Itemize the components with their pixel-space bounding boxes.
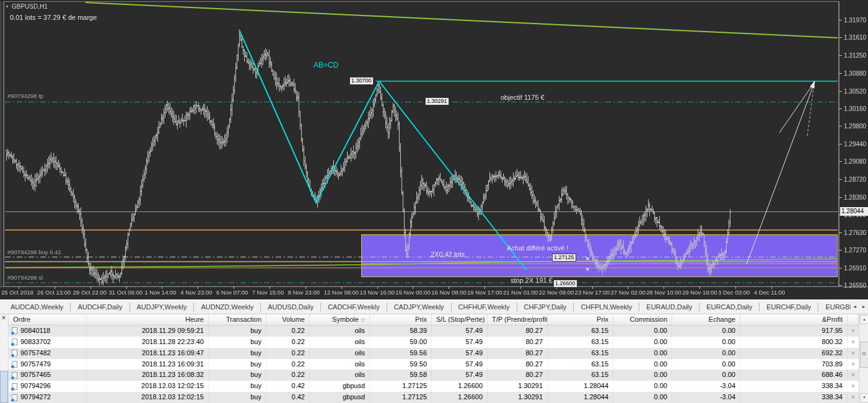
order-cell: 1.30291 [488, 381, 548, 392]
time-axis-label: 13 Nov 16:00 [360, 289, 395, 296]
order-cell: 0.00 [613, 370, 672, 381]
order-close-icon[interactable]: × [848, 392, 859, 403]
order-row[interactable]: 907942722018.12.03 12:02:15buy0.42gbpusd… [9, 392, 859, 403]
order-cell: 2018.12.03 12:02:15 [87, 392, 209, 403]
object-close-icon[interactable]: ✕ [585, 267, 590, 272]
symbol-tab[interactable]: CHFPLN,Weekly [574, 303, 639, 311]
order-cell: -3.04 [672, 392, 740, 403]
column-header-spacer [848, 314, 859, 325]
order-cell: 1.30291 [488, 392, 548, 403]
price-box-buy[interactable]: 1.27125 [552, 254, 576, 262]
chart-title: GBPUSD,H1 [12, 3, 48, 10]
order-cell: oils [310, 348, 370, 359]
price-box-sl[interactable]: 1.26600 [553, 280, 577, 288]
order-cell: 0.00 [613, 392, 672, 403]
column-header[interactable]: S/L (Stop/Perte) [432, 314, 488, 325]
order-close-icon[interactable]: × [848, 348, 859, 359]
order-cell: 90794272 [9, 392, 87, 403]
order-close-icon[interactable]: × [848, 381, 859, 392]
order-cell: buy [209, 392, 266, 403]
order-row[interactable]: 907574792018.11.23 16:09:31buy0.22oils59… [9, 359, 859, 370]
symbol-tab[interactable]: CHFJPY,Daily [517, 303, 574, 311]
order-row[interactable]: 907574652018.11.23 16:08:32buy0.22oils59… [9, 370, 859, 381]
symbol-tab[interactable]: AUDCHF,Daily [71, 303, 129, 311]
order-cell: gbpusd [310, 381, 370, 392]
price-axis-label: 1.30520 [844, 88, 866, 95]
symbol-tab[interactable]: CHFHUF,Weekly [452, 303, 517, 311]
order-row[interactable]: 907942962018.12.03 12:02:15buy0.42gbpusd… [9, 381, 859, 392]
time-axis-label: 16 Nov 08:00 [431, 289, 467, 296]
order-row[interactable]: 907574822018.11.23 16:09:47buy0.22oils59… [9, 348, 859, 359]
order-cell: -3.04 [672, 381, 740, 392]
order-row[interactable]: 908337022018.11.28 22:23:40buy0.22oils59… [9, 337, 859, 348]
price-axis-label: 1.30160 [844, 105, 866, 112]
column-header[interactable]: Volume [266, 314, 310, 325]
time-axis-label: 12 Nov 08:00 [324, 289, 359, 296]
scroll-down-icon[interactable]: ▼ [860, 393, 868, 402]
scrollbar-thumb[interactable] [860, 342, 868, 368]
objective-label: objectif 1175 € [501, 94, 545, 101]
order-cell: 0.42 [266, 381, 310, 392]
time-axis-label: 31 Oct 06:00 [109, 289, 142, 296]
order-cell: 59.56 [370, 348, 432, 359]
symbol-tab[interactable]: CADCHF,Weekly [321, 303, 387, 311]
column-header[interactable]: Transaction [209, 314, 266, 325]
price-box-resistance[interactable]: 1.30700 [349, 77, 374, 85]
price-axis-label: 1.27270 [844, 247, 866, 254]
tabs-scroll-right-icon[interactable]: ► [859, 301, 868, 313]
column-header[interactable]: Ordre [9, 314, 87, 325]
column-header[interactable]: Prix [370, 314, 432, 325]
order-cell: oils [310, 370, 370, 381]
terminal-close-icon[interactable]: × [2, 314, 6, 321]
column-header[interactable]: Commission [613, 314, 672, 325]
order-cell: 80.27 [488, 326, 548, 337]
order-cell: 59.00 [370, 337, 432, 348]
column-header[interactable]: Echange [672, 314, 740, 325]
symbol-tab[interactable]: AUDNZD,Weekly [194, 303, 261, 311]
price-axis-label: 1.28720 [844, 176, 866, 183]
time-axis-label: 6 Nov 07:00 [216, 289, 248, 296]
order-close-icon[interactable]: × [848, 326, 859, 337]
order-close-icon[interactable]: × [848, 359, 859, 370]
column-header[interactable]: T/P (Prendre/profit) [488, 314, 548, 325]
order-cell: gbpusd [310, 392, 370, 403]
scroll-up-icon[interactable]: ▲ [860, 315, 868, 324]
order-cell: 0.22 [266, 370, 310, 381]
column-header[interactable]: &Profit [740, 314, 848, 325]
margin-note: 0.01 lots = 37.29 € de marge [10, 14, 97, 21]
symbol-tab[interactable]: EURCAD,Daily [699, 303, 760, 311]
chevron-down-icon: ▼ [5, 4, 9, 9]
price-axis-label: 1.31970 [844, 17, 866, 24]
terminal-tab[interactable]: minal [0, 371, 8, 403]
order-cell: 703.89 [740, 359, 848, 370]
order-cell: 63.15 [548, 337, 613, 348]
column-header[interactable]: Heure [87, 314, 209, 325]
object-close-icon[interactable]: ✕ [585, 256, 590, 262]
orders-table-header: OrdreHeureTransactionVolumeSymbole▽PrixS… [9, 314, 859, 326]
column-header[interactable]: Symbole▽ [310, 314, 370, 325]
order-doc-icon [12, 339, 17, 345]
tabs-scroll-left-icon[interactable]: ◄ [851, 301, 859, 313]
time-axis-label: 4 Nov 23:00 [180, 289, 212, 296]
order-close-icon[interactable]: × [848, 337, 859, 348]
order-row[interactable]: 908401182018.11.29 09:59:21buy0.22oils58… [9, 326, 859, 337]
symbol-tab[interactable]: CADJPY,Weekly [387, 303, 452, 311]
order-cell: 57.49 [432, 326, 488, 337]
time-axis-label: 19 Nov 17:00 [467, 289, 502, 296]
symbol-tab[interactable]: EURAUD,Daily [639, 303, 699, 311]
time-axis-label: 3 Dec 03:00 [718, 289, 750, 296]
price-box-tp[interactable]: 1.30291 [425, 97, 449, 105]
lots-label: 2X0.42 lots [431, 250, 465, 258]
symbol-tab[interactable]: AUDUSD,Daily [261, 303, 321, 311]
symbol-tab[interactable]: EURCHF,Daily [760, 303, 818, 311]
chart-symbol-dropdown[interactable]: ▼GBPUSD,H1 [5, 3, 48, 10]
order-cell: 0.42 [266, 392, 310, 403]
order-cell: 0.22 [266, 337, 310, 348]
column-header[interactable]: Prix [548, 314, 613, 325]
symbol-tab[interactable]: EURGBP,Daily [818, 303, 850, 311]
order-close-icon[interactable]: × [848, 370, 859, 381]
symbol-tab[interactable]: AUDJPY,Weekly [130, 303, 195, 311]
table-scrollbar[interactable]: ▲ ▼ [859, 314, 868, 403]
order-cell: 63.15 [548, 370, 613, 381]
symbol-tab[interactable]: AUDCAD,Weekly [4, 303, 71, 311]
